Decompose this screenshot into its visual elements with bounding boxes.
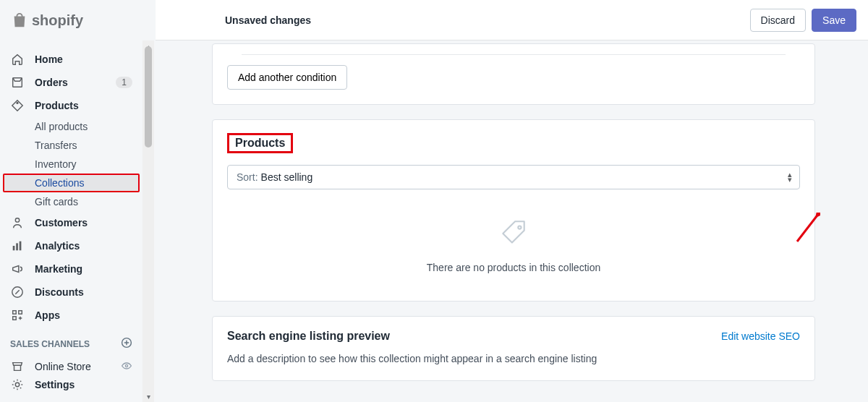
price-tag-icon <box>498 218 529 249</box>
svg-rect-9 <box>13 317 17 320</box>
nav-apps-label: Apps <box>35 309 60 321</box>
sort-value: Best selling <box>261 171 313 183</box>
svg-rect-5 <box>20 241 22 251</box>
nav-apps[interactable]: Apps <box>0 304 142 327</box>
svg-point-13 <box>518 226 521 229</box>
svg-rect-8 <box>19 311 22 315</box>
nav-home[interactable]: Home <box>0 48 142 71</box>
nav-orders-label: Orders <box>35 77 68 88</box>
scroll-thumb[interactable] <box>145 46 152 147</box>
nav-collections[interactable]: Collections <box>3 174 140 192</box>
orders-badge: 1 <box>116 77 132 88</box>
seo-card: Search engine listing preview Edit websi… <box>212 316 815 381</box>
nav-gift-cards[interactable]: Gift cards <box>0 192 142 211</box>
nav-products[interactable]: Products <box>0 94 142 117</box>
sidebar: Home Orders 1 Products All products Tran… <box>0 40 142 402</box>
empty-state: There are no products in this collection <box>227 189 800 281</box>
sort-label: Sort: <box>237 171 258 183</box>
svg-point-12 <box>15 382 19 386</box>
nav-discounts[interactable]: Discounts <box>0 281 142 304</box>
nav-settings-label: Settings <box>35 379 75 390</box>
home-icon <box>10 52 25 67</box>
analytics-icon <box>10 239 25 253</box>
sort-select[interactable]: Sort: Best selling ▴▾ <box>227 165 800 189</box>
orders-icon <box>10 75 25 90</box>
discount-icon <box>10 285 25 299</box>
unsaved-changes-label: Unsaved changes <box>225 14 311 26</box>
tag-icon <box>10 98 25 113</box>
divider <box>242 54 786 55</box>
nav-discounts-label: Discounts <box>35 286 84 298</box>
nav-products-label: Products <box>35 100 79 111</box>
save-button-top[interactable]: Save <box>812 9 856 32</box>
shopify-bag-icon <box>12 12 27 29</box>
nav-marketing[interactable]: Marketing <box>0 257 142 281</box>
nav-customers[interactable]: Customers <box>0 211 142 234</box>
nav-transfers[interactable]: Transfers <box>0 136 142 155</box>
shopify-logo[interactable]: shopify <box>0 12 95 29</box>
edit-seo-link[interactable]: Edit website SEO <box>721 330 800 342</box>
store-icon <box>10 359 25 374</box>
nav-customers-label: Customers <box>35 217 88 228</box>
nav-online-store-label: Online Store <box>35 361 91 372</box>
nav-marketing-label: Marketing <box>35 263 82 275</box>
eye-icon[interactable] <box>121 360 132 374</box>
svg-point-1 <box>17 103 18 104</box>
megaphone-icon <box>10 262 25 276</box>
empty-text: There are no products in this collection <box>227 262 800 273</box>
footer-actions: Delete collection Save <box>212 395 815 402</box>
svg-rect-4 <box>16 243 18 250</box>
sales-channels-label: SALES CHANNELS <box>0 327 142 355</box>
gear-icon <box>10 377 25 392</box>
nav-analytics-label: Analytics <box>35 240 80 252</box>
svg-point-2 <box>15 218 19 222</box>
add-channel-icon[interactable] <box>121 337 132 351</box>
svg-rect-7 <box>13 311 17 315</box>
products-section-title: Products <box>227 133 293 153</box>
nav-inventory[interactable]: Inventory <box>0 155 142 174</box>
nav-orders[interactable]: Orders 1 <box>0 71 142 94</box>
chevron-updown-icon: ▴▾ <box>788 172 792 182</box>
nav-settings[interactable]: Settings <box>0 373 142 396</box>
svg-rect-3 <box>13 246 15 250</box>
customers-icon <box>10 215 25 230</box>
svg-point-11 <box>125 364 127 367</box>
conditions-card: Add another condition <box>212 43 815 105</box>
products-card: Products Sort: Best selling ▴▾ There are… <box>212 119 815 302</box>
apps-icon <box>10 308 25 322</box>
header-bar: Unsaved changes Discard Save <box>156 0 868 40</box>
seo-title: Search engine listing preview <box>227 330 390 343</box>
add-condition-button[interactable]: Add another condition <box>227 65 347 90</box>
seo-description: Add a description to see how this collec… <box>227 353 800 364</box>
nav-home-label: Home <box>35 54 63 65</box>
sidebar-scrollbar[interactable]: ▴ ▾ <box>142 40 154 402</box>
scroll-down-icon[interactable]: ▾ <box>142 390 154 402</box>
nav-analytics[interactable]: Analytics <box>0 234 142 257</box>
svg-line-14 <box>797 216 817 241</box>
discard-button[interactable]: Discard <box>750 9 806 32</box>
nav-all-products[interactable]: All products <box>0 117 142 136</box>
brand-text: shopify <box>32 12 83 29</box>
